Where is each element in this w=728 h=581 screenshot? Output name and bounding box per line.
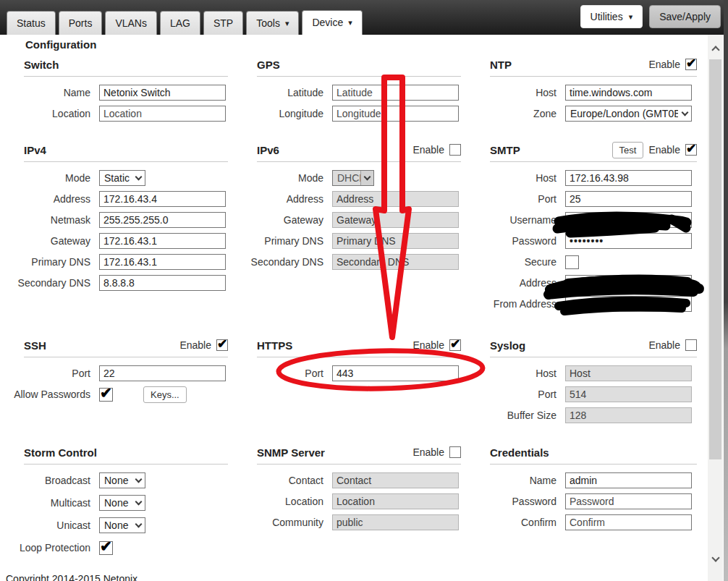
chevron-down-icon: ▾ — [629, 12, 633, 22]
ipv4-address-input[interactable] — [99, 191, 226, 207]
scroll-up-button[interactable] — [708, 39, 723, 56]
ipv4-netmask-input[interactable] — [99, 212, 226, 228]
save-apply-button[interactable]: Save/Apply — [649, 5, 721, 28]
divider — [24, 161, 228, 162]
field-label: Primary DNS — [257, 235, 323, 247]
field-label: Loop Protection — [24, 542, 90, 554]
tab-vlans[interactable]: VLANs — [105, 11, 157, 35]
check-icon: ✔ — [686, 56, 696, 71]
field-label: Host — [490, 87, 556, 98]
field-label: Secondary DNS — [257, 256, 323, 268]
credentials-password-input[interactable] — [565, 493, 692, 509]
https-enable-checkbox[interactable]: ✔ — [449, 339, 461, 351]
enable-label: Enable — [412, 446, 444, 458]
ipv4-gateway-input[interactable] — [99, 233, 226, 249]
tab-device[interactable]: Device▾ — [302, 10, 362, 35]
check-icon: ✔ — [100, 384, 112, 402]
tab-lag[interactable]: LAG — [160, 11, 200, 35]
divider — [24, 76, 228, 77]
storm-unicast-select[interactable]: None — [99, 517, 145, 533]
ntp-zone-select[interactable]: Europe/London (GMT0E — [565, 106, 692, 122]
section-title: HTTPS — [257, 339, 292, 352]
section-title: Syslog — [490, 339, 525, 352]
utilities-button[interactable]: Utilities▾ — [580, 5, 643, 28]
https-port-input[interactable] — [332, 365, 459, 381]
field-label: Location — [24, 108, 90, 119]
ipv6-primary-dns-input — [332, 233, 459, 249]
field-label: Port — [257, 368, 323, 379]
ssh-enable-checkbox[interactable]: ✔ — [216, 339, 228, 351]
field-label: Address — [490, 277, 556, 289]
ssh-port-input[interactable] — [99, 365, 226, 381]
gps-longitude-input[interactable] — [332, 106, 459, 122]
smtp-secure-checkbox[interactable] — [565, 255, 579, 269]
enable-label: Enable — [412, 339, 444, 351]
field-label: Gateway — [257, 214, 323, 226]
smtp-host-input[interactable] — [565, 170, 692, 186]
ssh-keys-button[interactable]: Keys... — [143, 386, 187, 403]
scroll-down-button[interactable] — [708, 551, 723, 568]
gps-latitude-input[interactable] — [332, 85, 459, 101]
syslog-host-input — [565, 365, 692, 381]
enable-label: Enable — [179, 339, 211, 351]
section-ipv4: IPv4 Mode Static Address Netmask Gateway… — [24, 142, 228, 327]
tab-stp[interactable]: STP — [203, 11, 243, 35]
syslog-enable-checkbox[interactable] — [685, 339, 697, 351]
scrollbar-thumb[interactable] — [709, 59, 721, 459]
credentials-name-input[interactable] — [565, 472, 692, 488]
field-label: Multicast — [24, 497, 90, 509]
smtp-port-input[interactable] — [565, 191, 692, 207]
section-title: NTP — [490, 59, 512, 71]
field-label: Password — [490, 235, 556, 247]
snmp-enable-checkbox[interactable] — [449, 446, 461, 458]
scrollbar[interactable] — [708, 35, 723, 581]
tab-bar: Status Ports VLANs LAG STP Tools▾ Device… — [7, 10, 363, 35]
chevron-down-icon — [135, 476, 142, 483]
smtp-username-input[interactable] — [565, 212, 692, 228]
switch-location-input[interactable] — [99, 106, 226, 122]
divider — [490, 76, 697, 77]
switch-name-input[interactable] — [99, 85, 226, 101]
chevron-down-icon — [135, 174, 142, 181]
section-syslog: Syslog Enable Host Port Buffer Size — [490, 327, 697, 434]
ipv4-mode-select[interactable]: Static — [99, 170, 145, 186]
credentials-confirm-input[interactable] — [565, 514, 692, 530]
field-label: Name — [490, 475, 556, 486]
field-label: Confirm — [490, 517, 556, 528]
field-label: Username — [490, 214, 556, 226]
section-ntp: NTP Enable ✔ Host Zone Europe/London (GM… — [490, 56, 697, 142]
section-title: SNMP Server — [257, 446, 325, 459]
section-title: IPv6 — [257, 144, 279, 156]
storm-multicast-select[interactable]: None — [99, 495, 145, 511]
field-label: Primary DNS — [24, 256, 90, 268]
section-gps: GPS Latitude Longitude — [257, 56, 461, 142]
ntp-enable-checkbox[interactable]: ✔ — [685, 59, 697, 70]
field-label: Unicast — [24, 519, 90, 531]
field-label: Host — [490, 368, 556, 379]
smtp-password-input[interactable] — [565, 233, 692, 249]
smtp-test-button[interactable]: Test — [612, 142, 644, 158]
storm-broadcast-select[interactable]: None — [99, 472, 145, 488]
tab-status[interactable]: Status — [7, 11, 56, 35]
smtp-enable-checkbox[interactable]: ✔ — [685, 144, 697, 156]
ipv4-primary-dns-input[interactable] — [99, 254, 226, 270]
chevron-down-icon — [135, 521, 142, 528]
tab-tools[interactable]: Tools▾ — [246, 11, 299, 35]
field-label: Mode — [257, 172, 323, 184]
enable-label: Enable — [648, 144, 680, 156]
section-snmp: SNMP Server Enable Contact Location Comm… — [257, 434, 461, 561]
syslog-buffer-size-input — [565, 407, 692, 423]
divider — [257, 464, 461, 465]
smtp-address-input[interactable] — [565, 275, 692, 291]
ssh-allow-passwords-checkbox[interactable]: ✔ — [99, 388, 113, 402]
top-bar: Status Ports VLANs LAG STP Tools▾ Device… — [0, 0, 728, 35]
ipv4-secondary-dns-input[interactable] — [99, 275, 226, 291]
loop-protection-checkbox[interactable]: ✔ — [99, 541, 113, 555]
tab-ports[interactable]: Ports — [59, 11, 103, 35]
smtp-from-address-input[interactable] — [565, 296, 692, 312]
ntp-host-input[interactable] — [565, 85, 692, 101]
divider — [24, 464, 228, 465]
ipv6-enable-checkbox[interactable] — [449, 144, 461, 156]
field-label: Host — [490, 172, 556, 184]
ipv6-secondary-dns-input — [332, 254, 459, 270]
